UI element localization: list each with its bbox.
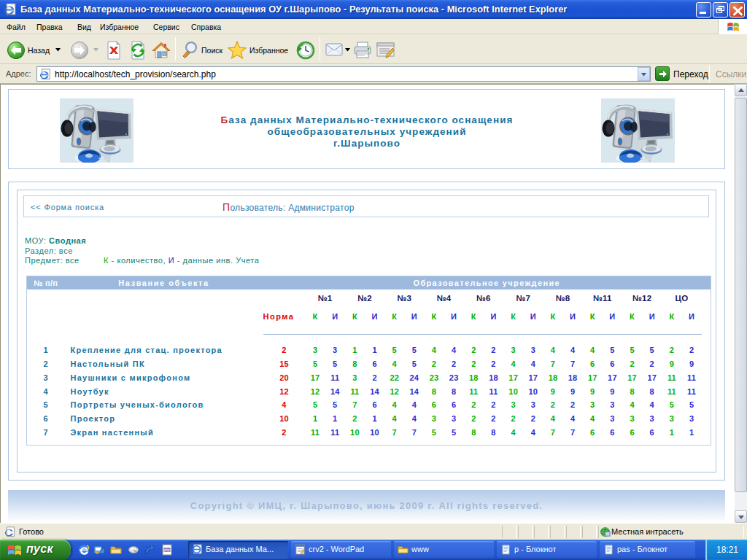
svg-text:php: php [164,548,170,552]
